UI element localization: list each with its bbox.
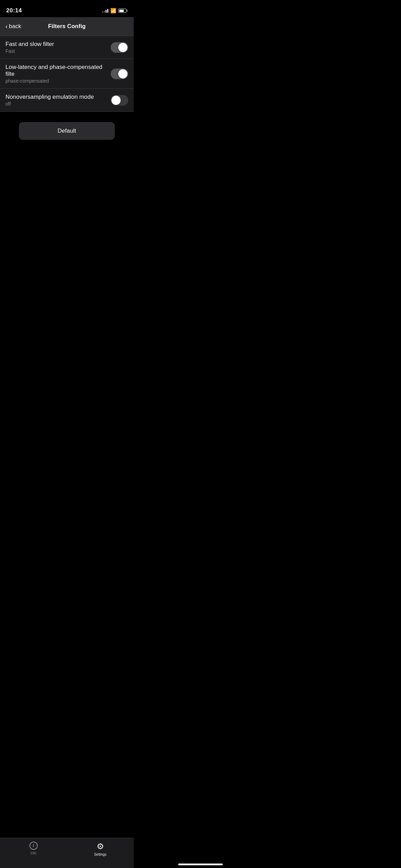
toggle-knob-fast-filter: [118, 43, 127, 52]
setting-row-lowlatency[interactable]: Low-latency and phase-compensated filte …: [0, 59, 134, 89]
default-button[interactable]: Default: [19, 122, 115, 140]
nav-bar: ‹ back Filters Config: [0, 17, 134, 36]
back-button[interactable]: ‹ back: [0, 23, 27, 30]
setting-row-nonoversampling[interactable]: Nonoversampling emulation mode off: [0, 89, 134, 112]
setting-row-fast-filter[interactable]: Fast and slow filter Fast: [0, 36, 134, 59]
wifi-icon: 📶: [110, 8, 116, 13]
page-title: Filters Config: [48, 23, 86, 30]
setting-value-nonoversampling: off: [5, 101, 107, 107]
default-button-container: Default: [0, 112, 134, 150]
setting-value-fast-filter: Fast: [5, 48, 107, 54]
toggle-fast-filter[interactable]: [111, 42, 128, 53]
status-bar: 20:14 📶: [0, 0, 134, 17]
back-label: back: [9, 23, 21, 30]
toggle-knob-nonoversampling: [111, 96, 121, 105]
status-time: 20:14: [6, 7, 22, 14]
battery-icon: [118, 9, 127, 13]
setting-label-nonoversampling: Nonoversampling emulation mode: [5, 94, 107, 100]
setting-value-lowlatency: phase-compensated: [5, 78, 107, 84]
toggle-knob-lowlatency: [118, 69, 127, 79]
setting-label-fast-filter: Fast and slow filter: [5, 41, 107, 48]
toggle-nonoversampling[interactable]: [111, 95, 128, 106]
back-chevron-icon: ‹: [5, 23, 8, 30]
status-icons: 📶: [102, 8, 127, 13]
setting-label-lowlatency: Low-latency and phase-compensated filte: [5, 64, 107, 77]
toggle-lowlatency[interactable]: [111, 69, 128, 79]
settings-list: Fast and slow filter Fast Low-latency an…: [0, 36, 134, 112]
signal-icon: [102, 9, 108, 13]
